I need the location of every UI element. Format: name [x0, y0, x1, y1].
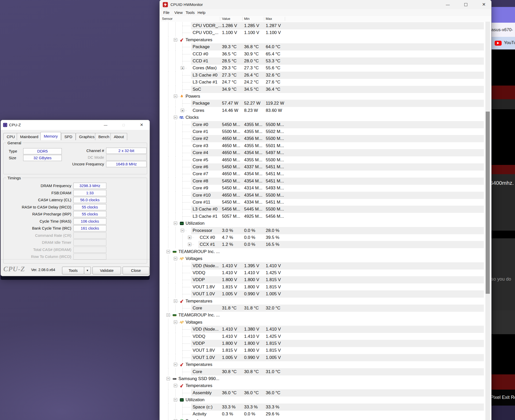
- collapse-expander[interactable]: −: [174, 116, 177, 119]
- expand-expander[interactable]: +: [188, 243, 191, 246]
- expand-expander[interactable]: +: [188, 236, 191, 239]
- sensor-row[interactable]: +CCX #04.7 %0.0 %39.5 %: [160, 234, 491, 241]
- collapse-expander[interactable]: −: [181, 229, 184, 232]
- tab-cpu[interactable]: CPU: [3, 133, 18, 140]
- menu-item-file[interactable]: File: [162, 10, 171, 15]
- sensor-row[interactable]: VDDP1.800 V1.800 V1.815 V: [160, 340, 491, 347]
- collapse-expander[interactable]: −: [174, 321, 177, 324]
- collapse-expander[interactable]: −: [167, 250, 170, 253]
- sensor-row[interactable]: Core30.8 °C30.8 °C31.0 °C: [160, 368, 491, 375]
- sensor-row[interactable]: Core #115450 M...4334 M...5451 M...: [160, 199, 491, 206]
- sensor-row[interactable]: Core #95450 M...4314 M...5493 M...: [160, 184, 491, 192]
- sensor-row[interactable]: +Cores14.46 W8.23 W83.60 W: [160, 107, 491, 114]
- sensor-row[interactable]: CPU VDDR_...1.286 V1.285 V1.287 V: [160, 22, 491, 29]
- minimize-button[interactable]: —: [102, 122, 109, 128]
- tab-spd[interactable]: SPD: [61, 133, 76, 140]
- tab-about[interactable]: About: [110, 133, 127, 140]
- maximize-button[interactable]: □: [120, 122, 127, 128]
- close-button[interactable]: ✕: [479, 2, 489, 8]
- collapse-expander[interactable]: −: [174, 363, 177, 366]
- sensor-group-row[interactable]: −Temperatures: [160, 36, 491, 44]
- browser-address-row[interactable]: asus-x670-: [491, 23, 515, 37]
- sensor-row[interactable]: Package39.3 °C36.8 °C64.0 °C: [160, 43, 491, 51]
- sensor-row[interactable]: L3 Cache #05456 M...5445 M...5500 M...: [160, 206, 491, 213]
- collapse-expander[interactable]: −: [174, 299, 177, 303]
- sensor-row[interactable]: VDDQ1.410 V1.410 V1.425 V: [160, 333, 491, 340]
- sensor-group-row[interactable]: −Utilization: [160, 220, 491, 227]
- sensor-row[interactable]: Core #85450 M...4354 M...5451 M...: [160, 178, 491, 185]
- sensor-row[interactable]: Core31.8 °C31.8 °C32.0 °C: [160, 305, 491, 312]
- close-button[interactable]: ✕: [138, 122, 145, 128]
- tools-button[interactable]: Tools: [62, 267, 84, 274]
- sensor-group-row[interactable]: −Temperatures: [160, 298, 491, 305]
- sensor-row[interactable]: SoC34.9 °C34.5 °C36.4 °C: [160, 86, 491, 93]
- sensor-row[interactable]: Package57.47 W52.27 W119.22 W: [160, 100, 491, 107]
- sensor-row[interactable]: −Processor3.0 %0.0 %28.0 %: [160, 227, 491, 234]
- scrollbar-thumb[interactable]: [486, 112, 490, 294]
- sensor-row[interactable]: VDD (Node...1.410 V1.395 V1.410 V: [160, 262, 491, 270]
- scrollbar-track[interactable]: [485, 22, 490, 420]
- cpuz-titlebar[interactable]: CPU-Z — □ ✕: [1, 120, 150, 130]
- collapse-expander[interactable]: −: [174, 95, 177, 98]
- sensor-row[interactable]: VOUT 1.8V1.815 V1.800 V1.815 V: [160, 347, 491, 354]
- sensor-row[interactable]: Core #74650 M...4354 M...5451 M...: [160, 170, 491, 178]
- sensor-row[interactable]: Core #34650 M...4355 M...5501 M...: [160, 142, 491, 149]
- menu-item-view[interactable]: View: [173, 10, 184, 15]
- tab-graphics[interactable]: Graphics: [76, 133, 98, 140]
- sensor-row[interactable]: Core #54650 M...4355 M...5500 M...: [160, 156, 491, 164]
- expand-expander[interactable]: +: [181, 109, 184, 112]
- column-header-sensor[interactable]: Sensor: [162, 17, 173, 21]
- tab-memory[interactable]: Memory: [40, 132, 61, 140]
- sensor-group-row[interactable]: −Utilization: [160, 396, 491, 404]
- sensor-row[interactable]: +Cores (Max)29.3 °C27.3 °C55.6 °C: [160, 64, 491, 72]
- sensor-row[interactable]: CCD #128.5 °C28.0 °C53.3 °C: [160, 57, 491, 65]
- sensor-row[interactable]: VDDQ1.410 V1.410 V1.425 V: [160, 269, 491, 276]
- collapse-expander[interactable]: −: [167, 313, 170, 317]
- close-button[interactable]: Close: [123, 267, 149, 274]
- sensor-row[interactable]: VOUT 1.0V1.005 V0.990 V1.005 V: [160, 354, 491, 361]
- tools-dropdown-button[interactable]: ▼: [84, 267, 91, 274]
- sensor-row[interactable]: Assembly36.0 °C36.0 °C36.0 °C: [160, 389, 491, 397]
- sensor-row[interactable]: CCD #036.5 °C30.9 °C65.4 °C: [160, 51, 491, 58]
- sensor-group-row[interactable]: −Voltages: [160, 255, 491, 262]
- column-header[interactable]: SensorValueMinMax: [160, 16, 491, 22]
- sensor-row[interactable]: VOUT 1.8V1.815 V1.800 V1.815 V: [160, 283, 491, 291]
- collapse-expander[interactable]: −: [167, 377, 170, 380]
- sensor-row[interactable]: L3 Cache #124.7 °C24.2 °C27.6 °C: [160, 79, 491, 86]
- sensor-group-row[interactable]: −Temperatures: [160, 361, 491, 368]
- sensor-row[interactable]: Core #44650 M...4354 M...5497 M...: [160, 149, 491, 156]
- sensor-group-row[interactable]: −Clocks: [160, 114, 491, 121]
- collapse-expander[interactable]: −: [174, 38, 177, 41]
- minimize-button[interactable]: —: [443, 2, 453, 8]
- column-header-min[interactable]: Min: [244, 17, 250, 21]
- sensor-row[interactable]: L3 Cache #027.3 °C26.4 °C32.6 °C: [160, 72, 491, 79]
- sensor-row[interactable]: +CCX #11.2 %0.0 %16.5 %: [160, 241, 491, 248]
- sensor-group-row[interactable]: −Samsung SSD 990...: [160, 375, 491, 382]
- collapse-expander[interactable]: −: [174, 384, 177, 387]
- sensor-group-row[interactable]: −Voltages: [160, 319, 491, 326]
- tab-bench[interactable]: Bench: [95, 133, 113, 140]
- tab-mainboard[interactable]: Mainboard: [17, 133, 42, 140]
- sensor-group-row[interactable]: −Speed: [160, 417, 491, 420]
- sensor-group-row[interactable]: −Temperatures: [160, 382, 491, 389]
- sensor-group-row[interactable]: −Powers: [160, 93, 491, 100]
- sensor-row[interactable]: Core #15500 M...4355 M...5502 M...: [160, 128, 491, 135]
- sensor-row[interactable]: VDDP1.800 V1.800 V1.815 V: [160, 276, 491, 283]
- sensor-row[interactable]: Core #65450 M...4337 M...5451 M...: [160, 163, 491, 171]
- collapse-expander[interactable]: −: [174, 257, 177, 260]
- hwmonitor-titlebar[interactable]: CPUID HWMonitor — ✕: [160, 0, 491, 9]
- sensor-row[interactable]: L3 Cache #15057 M...4925 M...5456 M...: [160, 213, 491, 220]
- menu-item-help[interactable]: Help: [196, 10, 207, 15]
- collapse-expander[interactable]: −: [174, 398, 177, 401]
- validate-button[interactable]: Validate: [92, 267, 121, 274]
- sensor-row[interactable]: VOUT 1.0V1.005 V0.990 V1.005 V: [160, 290, 491, 298]
- sensor-group-row[interactable]: −TEAMGROUP Inc. ...: [160, 248, 491, 255]
- sensor-row[interactable]: Space (c:)33.3 %33.3 %33.3 %: [160, 404, 491, 411]
- maximize-button[interactable]: [461, 2, 471, 8]
- column-header-value[interactable]: Value: [222, 17, 230, 21]
- search-suggestion-row[interactable]: YouTu: [491, 37, 515, 49]
- collapse-expander[interactable]: −: [174, 222, 177, 225]
- sensor-group-row[interactable]: −TEAMGROUP Inc. ...: [160, 312, 491, 319]
- sensor-row[interactable]: Core #104650 M...4354 M...5500 M...: [160, 192, 491, 199]
- sensor-row[interactable]: CPU VDD_...1.100 V1.100 V1.100 V: [160, 29, 491, 36]
